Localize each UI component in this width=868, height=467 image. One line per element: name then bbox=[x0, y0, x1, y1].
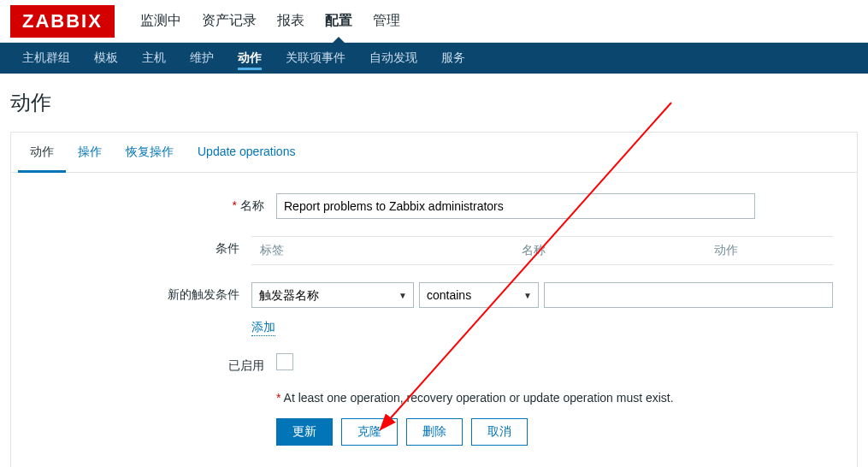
logo: ZABBIX bbox=[10, 5, 115, 38]
cond-col-action: 动作 bbox=[619, 243, 833, 258]
tab-recovery[interactable]: 恢复操作 bbox=[114, 133, 186, 172]
trigger-op-select[interactable]: contains bbox=[419, 282, 539, 308]
delete-button[interactable]: 删除 bbox=[406, 418, 463, 446]
topnav-reports[interactable]: 报表 bbox=[267, 0, 315, 43]
tab-action[interactable]: 动作 bbox=[18, 133, 66, 172]
cond-col-name: 名称 bbox=[448, 243, 619, 258]
subnav-services[interactable]: 服务 bbox=[429, 43, 477, 74]
hint: * At least one operation, recovery opera… bbox=[276, 391, 833, 405]
trigger-type-select[interactable]: 触发器名称 bbox=[251, 282, 414, 308]
name-label: *名称 bbox=[11, 193, 276, 214]
subnav-templates[interactable]: 模板 bbox=[82, 43, 130, 74]
form: *名称 条件 标签 名称 动作 新的触发条件 触发器名称 bbox=[11, 173, 857, 467]
panel: 动作 操作 恢复操作 Update operations *名称 条件 标签 名… bbox=[10, 132, 858, 467]
add-condition-link[interactable]: 添加 bbox=[251, 320, 275, 336]
tab-operations[interactable]: 操作 bbox=[66, 133, 114, 172]
cancel-button[interactable]: 取消 bbox=[471, 418, 528, 446]
topnav-assets[interactable]: 资产记录 bbox=[192, 0, 267, 43]
subnav-discovery[interactable]: 自动发现 bbox=[357, 43, 429, 74]
page-title: 动作 bbox=[0, 74, 868, 132]
subnav-correlation[interactable]: 关联项事件 bbox=[274, 43, 357, 74]
topnav-config[interactable]: 配置 bbox=[315, 0, 363, 43]
sub-nav: 主机群组 模板 主机 维护 动作 关联项事件 自动发现 服务 bbox=[0, 43, 868, 74]
conditions-header: 标签 名称 动作 bbox=[251, 236, 833, 265]
conditions-label: 条件 bbox=[11, 236, 251, 257]
name-input[interactable] bbox=[276, 193, 755, 219]
topnav-monitor[interactable]: 监测中 bbox=[130, 0, 192, 43]
update-button[interactable]: 更新 bbox=[276, 418, 333, 446]
subnav-maint[interactable]: 维护 bbox=[178, 43, 226, 74]
newtrigger-label: 新的触发条件 bbox=[11, 282, 251, 303]
topnav-admin[interactable]: 管理 bbox=[363, 0, 410, 43]
subnav-hosts[interactable]: 主机 bbox=[130, 43, 178, 74]
trigger-value-input[interactable] bbox=[544, 282, 833, 308]
top-nav: ZABBIX 监测中 资产记录 报表 配置 管理 bbox=[0, 0, 868, 43]
enabled-checkbox[interactable] bbox=[276, 353, 293, 370]
subnav-actions[interactable]: 动作 bbox=[226, 43, 274, 74]
cond-col-label: 标签 bbox=[251, 243, 448, 258]
clone-button[interactable]: 克隆 bbox=[341, 418, 398, 446]
tabs: 动作 操作 恢复操作 Update operations bbox=[11, 133, 857, 173]
enabled-label: 已启用 bbox=[11, 353, 276, 374]
tab-update-ops[interactable]: Update operations bbox=[186, 133, 307, 172]
subnav-hostgroups[interactable]: 主机群组 bbox=[10, 43, 82, 74]
